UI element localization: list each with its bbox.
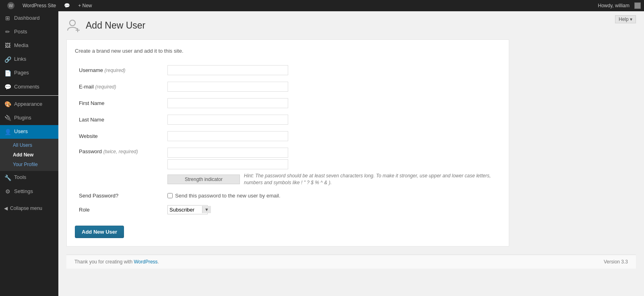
send-password-label: Send Password? xyxy=(79,193,118,199)
howdy-label: Howdy, william xyxy=(595,3,633,8)
media-icon: 🖼 xyxy=(4,42,11,49)
password-required: (twice, required) xyxy=(103,149,138,154)
sidebar-item-users[interactable]: 👤 Users xyxy=(0,125,58,139)
sidebar-item-plugins[interactable]: 🔌 Plugins xyxy=(0,111,58,125)
password-input-2[interactable] xyxy=(167,159,288,169)
submenu-add-new[interactable]: Add New xyxy=(0,150,58,160)
settings-icon: ⚙ xyxy=(4,188,11,195)
form-description: Create a brand new user and add it to th… xyxy=(75,48,501,54)
submit-wrap: Add New User xyxy=(75,226,501,238)
send-password-checkbox[interactable] xyxy=(167,193,173,198)
posts-icon: ✏ xyxy=(4,28,11,35)
users-submenu: All Users Add New Your Profile xyxy=(0,139,58,171)
wp-logo-icon: W xyxy=(7,2,14,9)
sidebar-item-links[interactable]: 🔗 Links xyxy=(0,53,58,66)
admin-bar: W WordPress Site 💬 + New Howdy, william xyxy=(0,0,644,11)
sidebar-item-posts[interactable]: ✏ Posts xyxy=(0,25,58,39)
username-row: Username (required) xyxy=(75,62,501,78)
new-content-label: + New xyxy=(78,3,92,8)
role-label: Role xyxy=(79,207,90,213)
adminbar-right: Howdy, william xyxy=(595,2,641,9)
page-header-icon xyxy=(66,18,81,33)
sidebar-item-pages[interactable]: 📄 Pages xyxy=(0,66,58,80)
collapse-menu-button[interactable]: ◀ Collapse menu xyxy=(0,202,58,214)
sidebar-label-settings: Settings xyxy=(14,188,33,195)
links-icon: 🔗 xyxy=(4,56,11,63)
footer-thank-you: Thank you for creating with xyxy=(74,259,132,265)
sidebar-label-comments: Comments xyxy=(14,84,39,90)
website-label: Website xyxy=(79,133,98,139)
role-dropdown-icon[interactable]: ▼ xyxy=(202,206,211,213)
sidebar-item-tools[interactable]: 🔧 Tools xyxy=(0,171,58,185)
strength-hint: Hint: The password should be at least se… xyxy=(244,173,497,186)
wp-logo-button[interactable]: W xyxy=(3,0,19,11)
footer-left: Thank you for creating with WordPress. xyxy=(74,259,159,265)
comments-button[interactable]: 💬 xyxy=(60,0,74,11)
page-header: Add New User xyxy=(66,15,615,33)
add-user-form-container: Create a brand new user and add it to th… xyxy=(66,39,509,247)
email-row: E-mail (required) xyxy=(75,78,501,95)
website-row: Website xyxy=(75,128,501,144)
submenu-your-profile[interactable]: Your Profile xyxy=(0,160,58,169)
sidebar-label-appearance: Appearance xyxy=(14,101,42,108)
page-title: Add New User xyxy=(86,20,145,31)
site-name-label: WordPress Site xyxy=(23,3,56,8)
password-fields: Strength indicator Hint: The password sh… xyxy=(167,148,497,186)
collapse-menu-label: Collapse menu xyxy=(10,206,42,211)
submenu-all-users[interactable]: All Users xyxy=(0,140,58,150)
sidebar-label-plugins: Plugins xyxy=(14,115,31,121)
add-user-icon xyxy=(66,18,81,33)
new-content-button[interactable]: + New xyxy=(74,0,96,11)
avatar xyxy=(634,2,641,9)
sidebar-item-comments[interactable]: 💬 Comments xyxy=(0,80,58,94)
main-content: Help ▾ Add New User Create a brand xyxy=(58,11,644,296)
screen-meta-toggle: Help ▾ xyxy=(615,15,636,23)
role-select-wrapper: Subscriber Contributor Author Editor Adm… xyxy=(167,205,208,214)
firstname-row: First Name xyxy=(75,95,501,111)
username-input[interactable] xyxy=(167,65,288,75)
sidebar-label-users: Users xyxy=(14,128,28,135)
add-new-user-button[interactable]: Add New User xyxy=(75,226,124,238)
sidebar-label-tools: Tools xyxy=(14,174,26,181)
password-input-1[interactable] xyxy=(167,148,288,158)
comments-menu-icon: 💬 xyxy=(4,83,11,90)
send-password-row: Send Password? Send this password to the… xyxy=(75,189,501,202)
sidebar-label-posts: Posts xyxy=(14,29,27,35)
password-row: Password (twice, required) Strength indi… xyxy=(75,144,501,189)
firstname-input[interactable] xyxy=(167,98,288,108)
users-icon: 👤 xyxy=(4,128,11,136)
collapse-arrow-icon: ◀ xyxy=(4,206,8,211)
email-input[interactable] xyxy=(167,82,288,92)
site-name-button[interactable]: WordPress Site xyxy=(19,0,60,11)
sidebar-item-dashboard[interactable]: ⊞ Dashboard xyxy=(0,11,58,25)
pages-icon: 📄 xyxy=(4,70,11,77)
appearance-icon: 🎨 xyxy=(4,101,11,108)
user-form-table: Username (required) xyxy=(75,62,501,218)
email-required: (required) xyxy=(95,84,116,90)
svg-point-1 xyxy=(70,20,75,26)
website-input[interactable] xyxy=(167,131,288,141)
password-label: Password (twice, required) xyxy=(79,148,138,154)
sidebar-item-media[interactable]: 🖼 Media xyxy=(0,39,58,52)
footer-wordpress-link[interactable]: WordPress xyxy=(134,259,157,265)
sidebar-label-links: Links xyxy=(14,56,26,63)
page-footer: Thank you for creating with WordPress. V… xyxy=(66,255,636,269)
strength-row: Strength indicator Hint: The password sh… xyxy=(167,173,497,186)
tools-icon: 🔧 xyxy=(4,174,11,181)
help-button[interactable]: Help ▾ xyxy=(615,15,636,23)
email-label: E-mail (required) xyxy=(79,84,116,90)
firstname-label: First Name xyxy=(79,100,105,106)
role-select[interactable]: Subscriber Contributor Author Editor Adm… xyxy=(168,206,202,214)
lastname-label: Last Name xyxy=(79,117,104,123)
plugins-icon: 🔌 xyxy=(4,114,11,121)
sidebar-item-appearance[interactable]: 🎨 Appearance xyxy=(0,97,58,111)
username-required: (required) xyxy=(105,68,126,73)
lastname-input[interactable] xyxy=(167,115,288,125)
sidebar-label-dashboard: Dashboard xyxy=(14,15,40,22)
dashboard-icon: ⊞ xyxy=(4,14,11,22)
sidebar-label-pages: Pages xyxy=(14,70,29,76)
send-password-field: Send this password to the new user by em… xyxy=(167,193,497,199)
strength-indicator-button[interactable]: Strength indicator xyxy=(167,175,240,184)
sidebar: ⊞ Dashboard ✏ Posts 🖼 Media 🔗 Links 📄 Pa… xyxy=(0,11,58,296)
sidebar-item-settings[interactable]: ⚙ Settings xyxy=(0,185,58,198)
